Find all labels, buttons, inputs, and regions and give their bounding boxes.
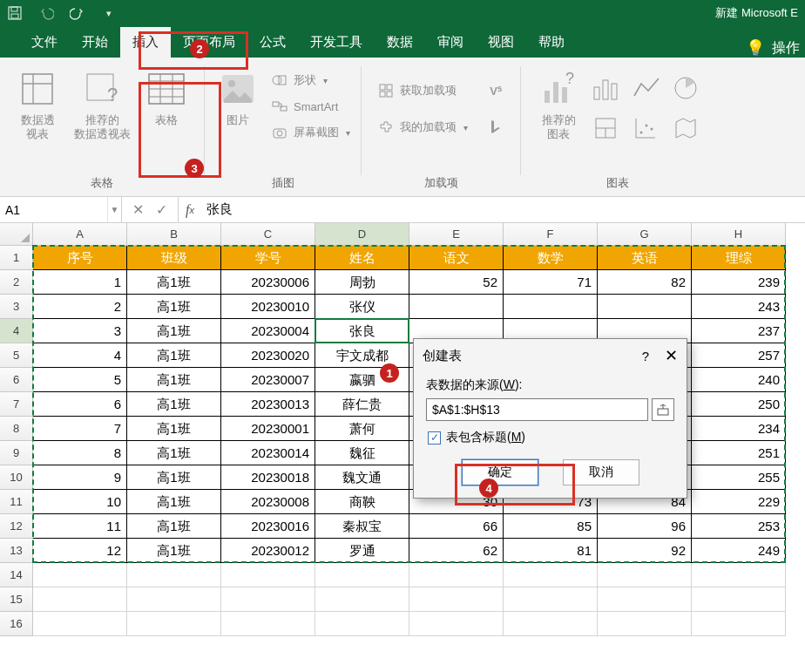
empty-cell[interactable] xyxy=(221,563,315,587)
row-header-1[interactable]: 1 xyxy=(0,246,33,270)
empty-cell[interactable] xyxy=(315,563,409,587)
formula-input[interactable] xyxy=(201,197,805,222)
header-cell[interactable]: 序号 xyxy=(33,246,127,270)
empty-cell[interactable] xyxy=(692,587,786,612)
data-cell[interactable]: 2 xyxy=(33,295,127,319)
get-addins-button[interactable]: 获取加载项 xyxy=(374,80,471,101)
data-cell[interactable]: 高1班 xyxy=(127,392,221,417)
recommended-pivot-button[interactable]: ? 推荐的 数据透视表 xyxy=(71,63,132,142)
row-header-3[interactable]: 3 xyxy=(0,295,33,319)
col-header-C[interactable]: C xyxy=(221,223,315,246)
tab-help[interactable]: 帮助 xyxy=(526,27,577,58)
data-cell[interactable]: 8 xyxy=(33,441,127,465)
close-icon[interactable]: ✕ xyxy=(665,346,678,365)
pivot-table-button[interactable]: 数据透 视表 xyxy=(7,63,68,142)
data-cell[interactable]: 高1班 xyxy=(127,270,221,295)
col-header-G[interactable]: G xyxy=(598,223,692,246)
data-cell[interactable]: 66 xyxy=(409,514,504,539)
data-cell[interactable]: 罗通 xyxy=(315,539,409,563)
header-cell[interactable]: 学号 xyxy=(221,246,315,270)
chart-line-icon[interactable] xyxy=(632,75,667,110)
visio-button[interactable]: V⁵ xyxy=(484,80,508,101)
data-cell[interactable]: 20230001 xyxy=(221,417,315,441)
chart-scatter-icon[interactable] xyxy=(632,115,667,150)
my-addins-button[interactable]: 我的加载项▾ xyxy=(374,117,471,138)
data-cell[interactable]: 9 xyxy=(33,465,127,490)
qat-dropdown-icon[interactable]: ▾ xyxy=(101,5,117,21)
tab-view[interactable]: 视图 xyxy=(476,27,526,58)
empty-cell[interactable] xyxy=(409,612,504,636)
data-cell[interactable]: 高1班 xyxy=(127,490,221,514)
data-cell[interactable]: 周勃 xyxy=(315,270,409,295)
empty-cell[interactable] xyxy=(598,612,692,636)
chart-hierarchy-icon[interactable] xyxy=(592,115,627,150)
save-icon[interactable] xyxy=(7,5,23,21)
data-cell[interactable]: 249 xyxy=(692,539,786,563)
tab-layout[interactable]: 页面布局 xyxy=(171,27,247,58)
chart-column-icon[interactable] xyxy=(592,75,627,110)
data-cell[interactable]: 257 xyxy=(692,343,786,368)
fx-icon[interactable]: fx xyxy=(179,197,201,222)
recommended-charts-button[interactable]: ? 推荐的 图表 xyxy=(528,63,589,142)
data-cell[interactable]: 20230013 xyxy=(221,392,315,417)
data-cell[interactable]: 高1班 xyxy=(127,514,221,539)
row-header-9[interactable]: 9 xyxy=(0,441,33,465)
empty-cell[interactable] xyxy=(692,563,786,587)
data-cell[interactable]: 92 xyxy=(598,539,692,563)
name-box[interactable]: ▼ xyxy=(0,197,122,222)
data-cell[interactable]: 10 xyxy=(33,490,127,514)
data-cell[interactable]: 3 xyxy=(33,319,127,343)
empty-cell[interactable] xyxy=(127,563,221,587)
name-box-input[interactable] xyxy=(0,197,107,222)
undo-icon[interactable] xyxy=(38,5,54,21)
tab-insert[interactable]: 插入 xyxy=(120,27,171,58)
data-cell[interactable]: 20230018 xyxy=(221,465,315,490)
chart-map-icon[interactable] xyxy=(673,115,707,150)
data-cell[interactable] xyxy=(409,295,504,319)
smartart-button[interactable]: SmartArt xyxy=(267,96,354,117)
data-cell[interactable]: 高1班 xyxy=(127,295,221,319)
data-cell[interactable]: 71 xyxy=(504,270,598,295)
data-cell[interactable]: 宇文成都 xyxy=(315,343,409,368)
data-cell[interactable]: 高1班 xyxy=(127,539,221,563)
data-cell[interactable]: 高1班 xyxy=(127,417,221,441)
tab-dev[interactable]: 开发工具 xyxy=(298,27,375,58)
data-cell[interactable]: 240 xyxy=(692,368,786,392)
data-cell[interactable]: 20230020 xyxy=(221,343,315,368)
col-header-F[interactable]: F xyxy=(504,223,598,246)
tab-data[interactable]: 数据 xyxy=(375,27,425,58)
data-cell[interactable]: 萧何 xyxy=(315,417,409,441)
row-header-10[interactable]: 10 xyxy=(0,465,33,490)
empty-cell[interactable] xyxy=(598,563,692,587)
row-header-13[interactable]: 13 xyxy=(0,539,33,563)
empty-cell[interactable] xyxy=(692,612,786,636)
data-cell[interactable]: 20230008 xyxy=(221,490,315,514)
col-header-D[interactable]: D xyxy=(315,223,409,246)
picture-button[interactable]: 图片 xyxy=(212,63,264,127)
data-cell[interactable]: 魏征 xyxy=(315,441,409,465)
table-button[interactable]: 表格 xyxy=(136,63,197,127)
data-cell[interactable]: 5 xyxy=(33,368,127,392)
col-header-H[interactable]: H xyxy=(692,223,786,246)
data-cell[interactable]: 20230012 xyxy=(221,539,315,563)
data-cell[interactable]: 魏文通 xyxy=(315,465,409,490)
data-cell[interactable]: 85 xyxy=(504,514,598,539)
empty-cell[interactable] xyxy=(221,587,315,612)
data-cell[interactable]: 52 xyxy=(409,270,504,295)
data-cell[interactable]: 239 xyxy=(692,270,786,295)
row-header-16[interactable]: 16 xyxy=(0,612,33,636)
empty-cell[interactable] xyxy=(33,587,127,612)
tab-formulas[interactable]: 公式 xyxy=(247,27,298,58)
empty-cell[interactable] xyxy=(504,563,598,587)
data-cell[interactable]: 237 xyxy=(692,319,786,343)
tab-review[interactable]: 审阅 xyxy=(425,27,476,58)
empty-cell[interactable] xyxy=(409,587,504,612)
data-cell[interactable]: 6 xyxy=(33,392,127,417)
data-cell[interactable]: 高1班 xyxy=(127,343,221,368)
header-cell[interactable]: 数学 xyxy=(504,246,598,270)
data-cell[interactable]: 251 xyxy=(692,441,786,465)
has-headers-checkbox[interactable]: ✓ 表包含标题(M) xyxy=(428,430,674,445)
chart-pie-icon[interactable] xyxy=(673,75,707,110)
row-header-7[interactable]: 7 xyxy=(0,392,33,417)
empty-cell[interactable] xyxy=(33,612,127,636)
